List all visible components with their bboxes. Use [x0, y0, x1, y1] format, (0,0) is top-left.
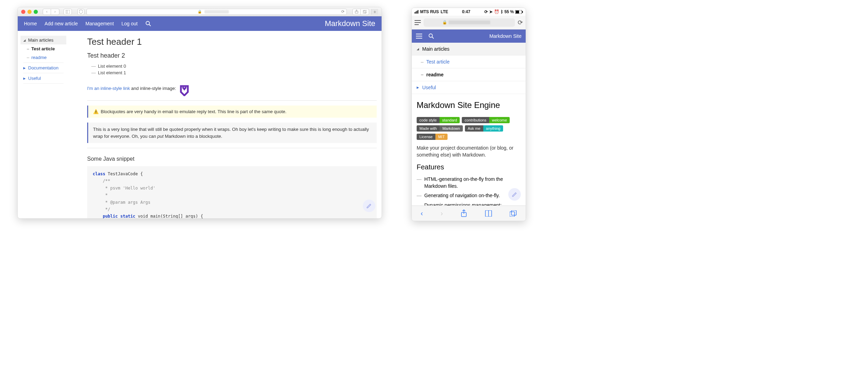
- inline-image-logo: [180, 85, 189, 96]
- browser-forward-button[interactable]: ›: [51, 9, 59, 15]
- lock-icon: 🔒: [198, 10, 202, 14]
- url-blurred: [205, 10, 229, 14]
- nav-logout[interactable]: Log out: [122, 21, 138, 26]
- close-window-button[interactable]: [21, 10, 25, 14]
- mobile-nav-test-article[interactable]: –Test article: [412, 56, 526, 68]
- battery-percent: 55 %: [504, 9, 514, 14]
- intro-paragraph: Make your project documentation (or blog…: [417, 145, 521, 158]
- svg-rect-4: [364, 10, 367, 13]
- hamburger-menu-icon[interactable]: [416, 34, 422, 39]
- tabs-button[interactable]: [510, 210, 517, 217]
- list-item: —List element 1: [91, 69, 377, 76]
- browser-forward-button[interactable]: ›: [441, 209, 443, 217]
- svg-line-17: [432, 37, 434, 39]
- edit-fab-button[interactable]: [508, 188, 521, 201]
- network-label: LTE: [441, 9, 448, 14]
- list-item: —List element 0: [91, 63, 377, 69]
- sidebar-toggle-button[interactable]: [64, 9, 72, 15]
- sidebar-main-articles[interactable]: ◢Main articles: [20, 36, 66, 44]
- caret-right-icon: ▶: [23, 66, 27, 70]
- badge-ask-me: Ask meanything: [465, 125, 503, 132]
- badge-made-with: Made withMarkdown: [417, 125, 463, 132]
- warning-icon: ⚠️: [93, 109, 99, 114]
- mobile-nav-readme[interactable]: –readme: [412, 68, 526, 81]
- reader-view-icon[interactable]: [415, 20, 421, 25]
- nav-management[interactable]: Management: [85, 21, 114, 26]
- badges-row: code stylestandard contributionswelcome …: [417, 117, 521, 140]
- site-header: Home Add new article Management Log out …: [18, 16, 382, 31]
- svg-point-5: [146, 22, 149, 25]
- badge-contributions: contributionswelcome: [462, 117, 510, 123]
- edit-fab-button[interactable]: [363, 200, 375, 212]
- heading-1: Test header 1: [87, 36, 377, 47]
- site-title: Markdown Site: [489, 33, 521, 39]
- link-paragraph: I'm an inline-style link and inline-styl…: [87, 85, 377, 96]
- svg-rect-20: [511, 210, 516, 215]
- heading-2: Test header 2: [87, 52, 377, 59]
- browser-back-button[interactable]: ‹: [43, 9, 51, 15]
- caret-down-icon: ◢: [417, 47, 420, 51]
- minimize-window-button[interactable]: [27, 10, 32, 14]
- mac-titlebar: ‹ › 🔒 ⟳ +: [18, 7, 382, 16]
- sidebar-item-test-article[interactable]: –Test article: [20, 44, 66, 53]
- caret-right-icon: ▶: [417, 86, 420, 89]
- mobile-nav-main-articles[interactable]: ◢Main articles: [412, 43, 526, 56]
- article-content: Test header 1 Test header 2 —List elemen…: [66, 31, 382, 218]
- blockquote-warning: ⚠️Blockquotes are very handy in email to…: [87, 106, 377, 118]
- divider: [87, 148, 377, 148]
- location-icon: ➤: [489, 9, 493, 14]
- list-item: —HTML-generating on-the-fly from the Mar…: [417, 175, 521, 191]
- inline-link[interactable]: I'm an inline-style link: [87, 86, 130, 91]
- fullscreen-window-button[interactable]: [34, 10, 38, 14]
- mobile-app-bar: Markdown Site: [412, 30, 526, 43]
- orientation-lock-icon: ⟳: [484, 9, 488, 14]
- svg-point-16: [429, 34, 433, 37]
- content-list: —List element 0 —List element 1: [91, 63, 377, 76]
- heading-1: Markdown Site Engine: [417, 100, 521, 110]
- sidebar: ◢Main articles –Test article –readme ▶Do…: [18, 31, 66, 218]
- mobile-nav-useful[interactable]: ▶Useful: [412, 81, 526, 94]
- svg-rect-8: [516, 10, 519, 13]
- privacy-shield-button[interactable]: [77, 9, 84, 15]
- reload-icon[interactable]: ⟳: [518, 19, 523, 26]
- mobile-status-bar: MTS RUS LTE 0:47 ⟳ ➤ ⏰ ᛒ 55 %: [412, 8, 526, 16]
- sidebar-item-useful[interactable]: ▶Useful: [20, 74, 66, 83]
- reload-icon[interactable]: ⟳: [341, 9, 344, 14]
- svg-rect-0: [66, 10, 70, 14]
- mobile-address-bar[interactable]: 🔒: [424, 18, 515, 27]
- search-icon[interactable]: [145, 21, 151, 26]
- status-time: 0:47: [448, 9, 484, 14]
- desktop-browser-window: ‹ › 🔒 ⟳ + Home: [17, 7, 382, 219]
- nav-add-article[interactable]: Add new article: [44, 21, 78, 26]
- nav-home[interactable]: Home: [24, 21, 37, 26]
- search-icon[interactable]: [428, 33, 434, 39]
- mobile-nav-list: ◢Main articles –Test article –readme ▶Us…: [412, 43, 526, 94]
- carrier-label: MTS RUS: [420, 9, 439, 14]
- sidebar-item-readme[interactable]: –readme: [20, 53, 66, 62]
- site-title: Markdown Site: [325, 19, 375, 28]
- mobile-bottom-toolbar: ‹ ›: [412, 205, 526, 221]
- caret-down-icon: ◢: [23, 39, 27, 42]
- svg-line-6: [149, 25, 151, 26]
- heading-3: Some Java snippet: [87, 156, 377, 162]
- list-item: —Generating of navigation on-the-fly.: [417, 191, 521, 201]
- tabs-button[interactable]: [361, 9, 369, 15]
- features-list: —HTML-generating on-the-fly from the Mar…: [417, 175, 521, 210]
- new-tab-button[interactable]: +: [371, 9, 378, 15]
- lock-icon: 🔒: [442, 20, 447, 25]
- share-button[interactable]: [461, 210, 467, 217]
- blockquote: This is a very long line that will still…: [87, 123, 377, 143]
- alarm-icon: ⏰: [494, 9, 499, 14]
- mobile-address-bar-row: 🔒 ⟳: [412, 16, 526, 30]
- badge-code-style: code stylestandard: [417, 117, 460, 123]
- address-bar[interactable]: 🔒 ⟳: [86, 9, 347, 15]
- heading-features: Features: [417, 163, 521, 171]
- battery-icon: [515, 10, 523, 14]
- divider: [87, 100, 377, 101]
- bookmarks-button[interactable]: [485, 210, 492, 217]
- badge-license: LicenseMIT: [417, 134, 448, 140]
- sidebar-item-documentation[interactable]: ▶Documentation: [20, 64, 66, 72]
- mobile-browser-window: MTS RUS LTE 0:47 ⟳ ➤ ⏰ ᛒ 55 % 🔒 ⟳: [411, 8, 526, 221]
- share-button[interactable]: [352, 9, 361, 15]
- browser-back-button[interactable]: ‹: [420, 209, 423, 217]
